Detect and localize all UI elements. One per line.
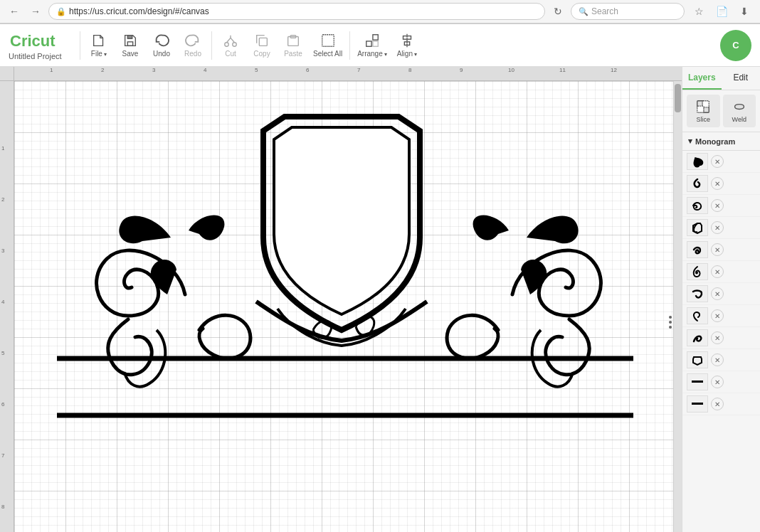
svg-rect-8 xyxy=(322,35,334,47)
right-panel: Layers Edit Slice Weld xyxy=(682,67,760,532)
ruler-mark-h-3: 3 xyxy=(152,67,155,73)
layer-item[interactable]: ✕ xyxy=(682,217,760,239)
panel-group-monogram[interactable]: ▾ Monogram xyxy=(682,132,760,151)
align-button[interactable]: Align ▾ xyxy=(391,26,423,65)
search-placeholder: Search xyxy=(591,6,618,16)
layer-delete-10[interactable]: ✕ xyxy=(711,353,724,366)
svg-rect-22 xyxy=(692,403,703,405)
redo-icon xyxy=(185,33,201,48)
paste-button[interactable]: Paste xyxy=(278,26,309,65)
layer-thumb-svg-1 xyxy=(690,155,704,168)
layer-item[interactable]: ✕ xyxy=(682,393,760,415)
layer-item[interactable]: ✕ xyxy=(682,283,760,305)
layers-list: ✕ ✕ ✕ ✕ xyxy=(682,151,760,532)
layer-delete-7[interactable]: ✕ xyxy=(711,287,724,300)
layer-delete-9[interactable]: ✕ xyxy=(711,331,724,344)
layer-delete-4[interactable]: ✕ xyxy=(711,221,724,234)
copy-button[interactable]: Copy xyxy=(246,26,278,65)
layer-item[interactable]: ✕ xyxy=(682,261,760,283)
save-button[interactable]: Save xyxy=(115,26,146,65)
layer-thumb-12 xyxy=(687,395,708,413)
layer-thumb-svg-8 xyxy=(690,309,704,322)
layer-item[interactable]: ✕ xyxy=(682,195,760,217)
save-icon xyxy=(122,33,138,48)
layer-item[interactable]: ✕ xyxy=(682,239,760,261)
reader-button[interactable]: 📄 xyxy=(712,3,732,20)
layer-delete-6[interactable]: ✕ xyxy=(711,265,724,278)
layer-item[interactable]: ✕ xyxy=(682,173,760,195)
layer-thumb-6 xyxy=(687,263,708,280)
ruler-mark-v-2: 2 xyxy=(1,196,4,203)
layer-thumb-svg-12 xyxy=(690,398,704,410)
h-ruler-marks: 1 2 3 4 5 6 7 8 9 10 11 12 xyxy=(14,67,682,80)
ruler-mark-h-6: 6 xyxy=(306,67,309,73)
layer-item[interactable]: ✕ xyxy=(682,305,760,327)
url-text: https://us.cricut.com/design/#/canvas xyxy=(69,6,209,16)
file-button[interactable]: File ▾ xyxy=(83,26,115,65)
paste-icon xyxy=(285,33,301,48)
slice-label: Slice xyxy=(696,116,710,123)
layer-item[interactable]: ✕ xyxy=(682,327,760,349)
cut-button[interactable]: Cut xyxy=(215,26,246,65)
layer-item[interactable]: ✕ xyxy=(682,151,760,173)
dot-1 xyxy=(669,316,672,319)
bookmark-star-button[interactable]: ☆ xyxy=(689,3,709,20)
reload-button[interactable]: ↻ xyxy=(549,3,566,20)
download-button[interactable]: ⬇ xyxy=(734,3,754,20)
redo-button[interactable]: Redo xyxy=(177,26,209,65)
search-box[interactable]: 🔍 Search xyxy=(571,3,685,20)
ruler-mark-h-2: 2 xyxy=(101,67,104,73)
url-bar[interactable]: 🔒 https://us.cricut.com/design/#/canvas xyxy=(48,3,545,20)
layer-thumb-svg-2 xyxy=(690,177,704,190)
ruler-mark-h-1: 1 xyxy=(50,67,53,73)
ruler-mark-h-12: 12 xyxy=(611,67,617,73)
svg-rect-9 xyxy=(366,41,371,46)
ruler-mark-h-4: 4 xyxy=(204,67,206,73)
canvas-inner xyxy=(14,81,673,532)
layer-delete-8[interactable]: ✕ xyxy=(711,309,724,322)
tab-edit[interactable]: Edit xyxy=(722,67,761,90)
tab-layers[interactable]: Layers xyxy=(682,67,722,90)
back-button[interactable]: ← xyxy=(6,3,23,20)
select-all-icon xyxy=(320,33,336,48)
layer-item[interactable]: ✕ xyxy=(682,371,760,393)
ruler-mark-h-11: 11 xyxy=(559,67,566,73)
scrollbar-vertical[interactable] xyxy=(673,81,682,532)
layer-delete-11[interactable]: ✕ xyxy=(711,376,724,388)
panel-actions: Slice Weld xyxy=(682,90,760,132)
forward-button[interactable]: → xyxy=(27,3,44,20)
layer-delete-2[interactable]: ✕ xyxy=(711,177,724,190)
select-all-button[interactable]: Select All xyxy=(309,26,347,65)
arrange-label: Arrange ▾ xyxy=(357,50,387,58)
dots-menu-button[interactable] xyxy=(669,316,672,329)
ruler-corner xyxy=(0,67,14,81)
layer-delete-5[interactable]: ✕ xyxy=(711,243,724,256)
weld-button[interactable]: Weld xyxy=(723,95,756,127)
layer-thumb-svg-3 xyxy=(690,199,704,212)
save-label: Save xyxy=(122,50,139,58)
layer-thumb-svg-7 xyxy=(690,287,704,300)
canvas-viewport[interactable] xyxy=(14,81,673,532)
project-title: Untitled Project xyxy=(9,52,62,60)
layer-thumb-svg-11 xyxy=(690,376,704,388)
cut-icon xyxy=(223,33,238,48)
ruler-mark-h-7: 7 xyxy=(357,67,360,73)
canvas-area: 1 2 3 4 5 6 7 8 9 10 11 12 1 2 3 4 5 xyxy=(0,67,682,532)
svg-rect-20 xyxy=(697,106,704,112)
layer-thumb-svg-4 xyxy=(690,221,704,234)
go-button[interactable]: C xyxy=(720,30,751,61)
undo-button[interactable]: Undo xyxy=(146,26,177,65)
svg-rect-1 xyxy=(127,42,132,46)
arrange-button[interactable]: Arrange ▾ xyxy=(353,26,391,65)
layer-item[interactable]: ✕ xyxy=(682,349,760,371)
svg-text:Cricut: Cricut xyxy=(10,32,56,50)
scrollbar-thumb[interactable] xyxy=(675,84,681,112)
layer-delete-3[interactable]: ✕ xyxy=(711,199,724,212)
ruler-mark-v-3: 3 xyxy=(1,248,4,254)
slice-button[interactable]: Slice xyxy=(687,95,720,127)
ruler-mark-v-6: 6 xyxy=(1,401,4,408)
svg-rect-5 xyxy=(259,38,267,46)
layer-thumb-svg-5 xyxy=(690,243,704,256)
layer-delete-1[interactable]: ✕ xyxy=(711,155,724,168)
layer-delete-12[interactable]: ✕ xyxy=(711,398,724,410)
